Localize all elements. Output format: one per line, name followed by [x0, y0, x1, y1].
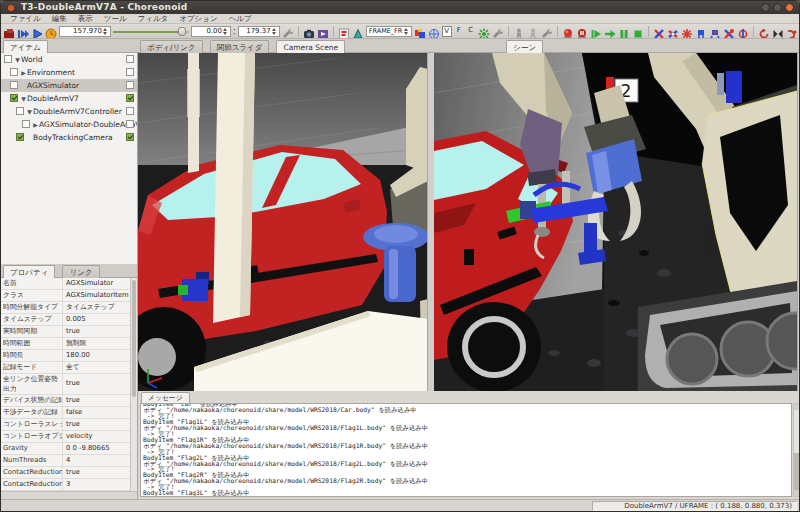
tree-item-doublearmv7controller[interactable]: ▼DoubleArmV7Controller — [1, 105, 137, 118]
body-bar-icon-6[interactable] — [723, 25, 735, 37]
tab-scene[interactable]: シーン — [506, 40, 543, 54]
joint-icon[interactable] — [772, 25, 784, 37]
expand-arrow[interactable]: ▶ — [20, 66, 27, 79]
maximize-button[interactable] — [773, 3, 782, 12]
body-bar-icon-7[interactable] — [737, 25, 749, 37]
range-end-spin[interactable]: 179.37 — [238, 26, 280, 37]
tab-joint-slider[interactable]: 関節スライダ — [210, 40, 270, 53]
swirl-icon[interactable] — [758, 25, 770, 37]
tab-camera-scene[interactable]: Camera Scene — [276, 40, 345, 54]
menu-file[interactable]: ファイル — [5, 14, 46, 24]
item-check-left[interactable] — [4, 55, 12, 63]
expand-arrow[interactable]: ▶ — [32, 118, 39, 131]
f-button[interactable]: F — [454, 26, 464, 37]
collision-icon[interactable] — [414, 25, 426, 37]
item-check-right[interactable] — [126, 81, 134, 89]
close-button[interactable] — [785, 3, 794, 12]
item-check-left[interactable] — [16, 133, 24, 141]
timebar-config-icon[interactable] — [282, 25, 294, 37]
item-panel: ▼World ▶Environment AGXSimulator ▼Double… — [1, 53, 138, 499]
scene-view[interactable]: 2 — [434, 53, 797, 391]
item-check-right[interactable] — [126, 55, 134, 63]
expand-arrow[interactable]: ▼ — [20, 92, 27, 105]
property-row: ContactReductiontrue — [1, 467, 137, 479]
graph-view-icon[interactable] — [317, 25, 329, 37]
range-start-spin[interactable]: 0.00 — [191, 26, 231, 37]
time-slider[interactable] — [113, 26, 189, 37]
scene-config-icon[interactable] — [492, 25, 504, 37]
item-check-left[interactable] — [10, 94, 18, 102]
sim-resume-icon[interactable] — [604, 25, 616, 37]
message-view[interactable]: BodyItem "Car" を読み込み中 ボディ "/home/nakaoka… — [140, 403, 792, 497]
minimize-button[interactable] — [761, 3, 770, 12]
camera-icon[interactable] — [303, 25, 315, 37]
capture-icon[interactable] — [3, 25, 15, 37]
body-bar-icon-2[interactable] — [667, 25, 679, 37]
expand-arrow[interactable]: ▼ — [14, 53, 21, 66]
item-check-right[interactable] — [126, 107, 134, 115]
v-toggle-button[interactable]: V — [442, 26, 452, 37]
menu-tools[interactable]: ツール — [99, 14, 132, 24]
tree-item-agxsimulator[interactable]: AGXSimulator — [1, 79, 137, 92]
camera-scene-view[interactable] — [138, 53, 428, 391]
message-scrollbar[interactable] — [793, 403, 800, 497]
property-row: 名前AGXSimulator — [1, 278, 137, 290]
seek-start-icon[interactable] — [17, 25, 29, 37]
menu-view[interactable]: 表示 — [73, 14, 98, 24]
sim-pause-green-icon[interactable] — [618, 25, 630, 37]
item-check-left[interactable] — [22, 120, 30, 128]
menu-edit[interactable]: 編集 — [47, 14, 72, 24]
item-tree: ▼World ▶Environment AGXSimulator ▼Double… — [1, 53, 137, 264]
property-row: 時間分解能タイプタイムステップ — [1, 302, 137, 314]
property-row: 全リンク位置姿勢出力true — [1, 374, 137, 395]
menu-filter[interactable]: フィルタ — [133, 14, 174, 24]
sim-start-icon[interactable] — [590, 25, 602, 37]
property-row: 時間範囲無制限 — [1, 338, 137, 350]
tree-item-bodytrackingcamera[interactable]: BodyTrackingCamera — [1, 131, 137, 144]
menu-options[interactable]: オプション — [174, 14, 222, 24]
time-current-spin[interactable]: 157.970 — [59, 26, 111, 37]
body-bar-icon-3[interactable] — [681, 25, 693, 37]
item-check-left[interactable] — [10, 68, 18, 76]
tree-item-agxsimulator-doublearmv7[interactable]: ▶AGXSimulator-DoubleArmV7 — [1, 118, 137, 131]
body-bar-icon-1[interactable] — [653, 25, 665, 37]
sim-stop-icon[interactable] — [632, 25, 644, 37]
item-check-right[interactable] — [126, 68, 134, 76]
frustum-icon[interactable] — [352, 25, 364, 37]
c-button[interactable]: C — [466, 26, 476, 37]
sim-pause-icon[interactable] — [576, 25, 588, 37]
sim-restart-icon[interactable] — [562, 25, 574, 37]
tree-item-world[interactable]: ▼World — [1, 53, 137, 66]
item-check-left[interactable] — [10, 81, 18, 89]
tab-body-link[interactable]: ボディ/リンク — [140, 40, 203, 53]
tab-message[interactable]: メッセージ — [141, 392, 190, 403]
title-bar[interactable]: T3-DoubleArmV7A - Choreonoid — [1, 1, 799, 14]
wireframe-icon[interactable] — [428, 25, 440, 37]
item-check-right[interactable] — [126, 120, 134, 128]
item-check-right[interactable] — [126, 94, 134, 102]
expand-arrow[interactable]: ▼ — [26, 105, 33, 118]
hook-icon[interactable] — [786, 25, 798, 37]
item-check-left[interactable] — [16, 107, 24, 115]
time-slider-handle[interactable] — [178, 27, 186, 36]
tree-item-environment[interactable]: ▶Environment — [1, 66, 137, 79]
body-bar-icon-4[interactable] — [695, 25, 707, 37]
frame-combo[interactable]: FRAME_FR — [366, 26, 412, 37]
body-motion-icon-2[interactable] — [527, 25, 539, 37]
tab-property[interactable]: プロパティ — [3, 265, 55, 279]
body-bar-icon-5[interactable] — [709, 25, 721, 37]
property-scrollbar[interactable] — [130, 278, 137, 491]
motion-config-icon[interactable] — [541, 25, 553, 37]
play-icon[interactable] — [31, 25, 43, 37]
tab-link[interactable]: リンク — [62, 265, 99, 278]
keyframe-icon[interactable] — [338, 25, 350, 37]
render-effect-icon[interactable] — [478, 25, 490, 37]
item-check-right[interactable] — [126, 133, 134, 141]
body-motion-icon-1[interactable] — [513, 25, 525, 37]
tree-item-doublearmv7[interactable]: ▼DoubleArmV7 — [1, 92, 137, 105]
menu-help[interactable]: ヘルプ — [224, 14, 257, 24]
clock-icon[interactable] — [45, 25, 57, 37]
property-row: タイムステップ0.005 — [1, 314, 137, 326]
tab-items[interactable]: アイテム — [3, 40, 48, 54]
status-bar: DoubleArmV7 / UFRAME : ( 0.188, 0.880, 0… — [1, 499, 799, 511]
